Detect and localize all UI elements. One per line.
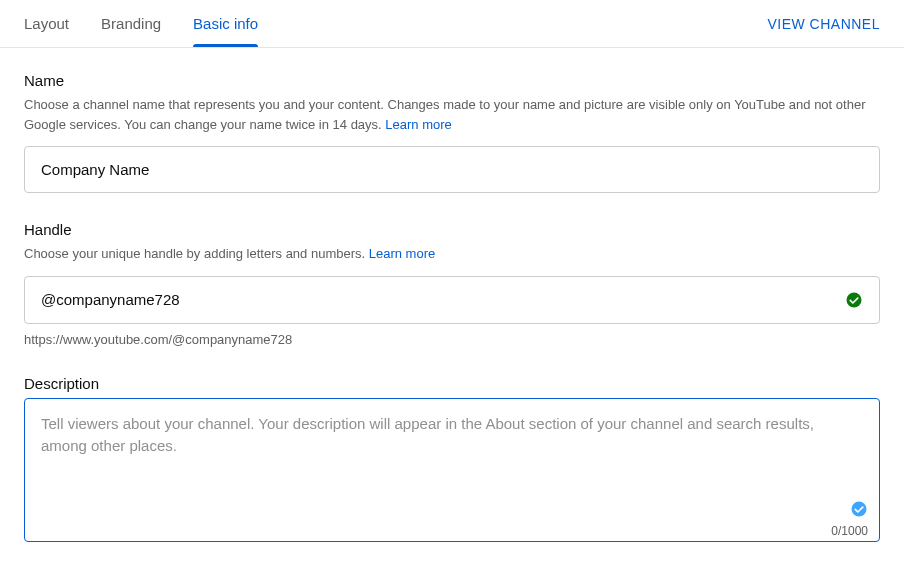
handle-desc: Choose your unique handle by adding lett… [24, 244, 880, 264]
description-textarea[interactable] [24, 398, 880, 542]
header-row: Layout Branding Basic info VIEW CHANNEL [0, 0, 904, 48]
svg-point-1 [852, 501, 867, 516]
check-circle-icon [845, 291, 863, 309]
handle-learn-more-link[interactable]: Learn more [369, 246, 435, 261]
char-count: 0/1000 [831, 524, 868, 538]
svg-point-0 [847, 292, 862, 307]
name-desc: Choose a channel name that represents yo… [24, 95, 880, 134]
content: Name Choose a channel name that represen… [0, 48, 904, 583]
handle-input[interactable] [41, 291, 837, 308]
handle-input-box[interactable] [24, 276, 880, 324]
tab-layout[interactable]: Layout [24, 0, 69, 47]
name-title: Name [24, 72, 880, 89]
name-input-box[interactable] [24, 146, 880, 193]
handle-title: Handle [24, 221, 880, 238]
tab-branding[interactable]: Branding [101, 0, 161, 47]
handle-url: https://www.youtube.com/@companyname728 [24, 332, 880, 347]
name-section: Name Choose a channel name that represen… [24, 72, 880, 193]
handle-desc-text: Choose your unique handle by adding lett… [24, 246, 369, 261]
name-input[interactable] [41, 161, 863, 178]
tabs: Layout Branding Basic info [24, 0, 258, 47]
name-learn-more-link[interactable]: Learn more [385, 117, 451, 132]
view-channel-link[interactable]: VIEW CHANNEL [767, 16, 880, 32]
description-wrapper: 0/1000 [24, 398, 880, 546]
description-title: Description [24, 375, 880, 392]
description-section: Description 0/1000 [24, 375, 880, 546]
blue-check-icon [850, 500, 868, 518]
tab-basic-info[interactable]: Basic info [193, 0, 258, 47]
handle-section: Handle Choose your unique handle by addi… [24, 221, 880, 347]
